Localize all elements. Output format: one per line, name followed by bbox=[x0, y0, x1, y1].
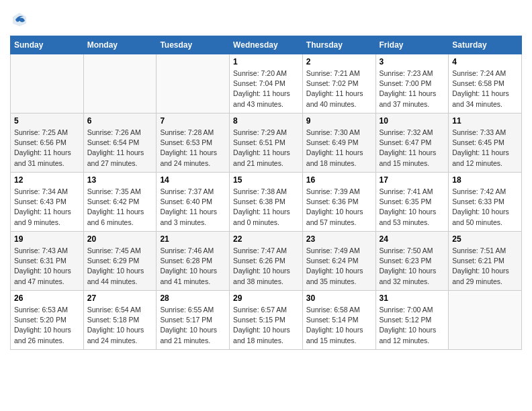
calendar-table: SundayMondayTuesdayWednesdayThursdayFrid… bbox=[10, 36, 522, 350]
day-info: Sunrise: 7:41 AM Sunset: 6:35 PM Dayligh… bbox=[380, 187, 445, 228]
day-number: 8 bbox=[233, 116, 299, 126]
calendar-week-1: 1Sunrise: 7:20 AM Sunset: 7:04 PM Daylig… bbox=[11, 54, 522, 113]
calendar-cell bbox=[11, 54, 84, 113]
day-number: 30 bbox=[306, 293, 372, 303]
weekday-header-monday: Monday bbox=[83, 36, 157, 54]
calendar-cell: 21Sunrise: 7:46 AM Sunset: 6:28 PM Dayli… bbox=[157, 232, 230, 291]
day-number: 31 bbox=[380, 293, 445, 303]
day-number: 28 bbox=[160, 293, 226, 303]
day-info: Sunrise: 6:57 AM Sunset: 5:15 PM Dayligh… bbox=[233, 305, 299, 346]
day-info: Sunrise: 7:43 AM Sunset: 6:31 PM Dayligh… bbox=[14, 246, 80, 287]
calendar-cell: 19Sunrise: 7:43 AM Sunset: 6:31 PM Dayli… bbox=[11, 232, 84, 291]
weekday-header-wednesday: Wednesday bbox=[230, 36, 303, 54]
day-info: Sunrise: 7:00 AM Sunset: 5:12 PM Dayligh… bbox=[380, 305, 445, 346]
day-number: 25 bbox=[452, 234, 518, 244]
calendar-cell: 31Sunrise: 7:00 AM Sunset: 5:12 PM Dayli… bbox=[375, 291, 449, 350]
calendar-cell: 3Sunrise: 7:23 AM Sunset: 7:00 PM Daylig… bbox=[375, 54, 449, 113]
calendar-cell: 1Sunrise: 7:20 AM Sunset: 7:04 PM Daylig… bbox=[230, 54, 303, 113]
day-number: 21 bbox=[160, 234, 226, 244]
page-header bbox=[10, 10, 522, 29]
calendar-cell: 27Sunrise: 6:54 AM Sunset: 5:18 PM Dayli… bbox=[83, 291, 157, 350]
day-info: Sunrise: 7:26 AM Sunset: 6:54 PM Dayligh… bbox=[87, 128, 153, 169]
day-number: 12 bbox=[14, 175, 80, 185]
day-number: 5 bbox=[14, 116, 80, 126]
day-number: 17 bbox=[380, 175, 445, 185]
day-number: 19 bbox=[14, 234, 80, 244]
day-number: 23 bbox=[306, 234, 372, 244]
calendar-week-2: 5Sunrise: 7:25 AM Sunset: 6:56 PM Daylig… bbox=[11, 113, 522, 173]
calendar-cell: 4Sunrise: 7:24 AM Sunset: 6:58 PM Daylig… bbox=[449, 54, 522, 113]
day-info: Sunrise: 7:20 AM Sunset: 7:04 PM Dayligh… bbox=[233, 68, 299, 109]
day-number: 26 bbox=[14, 293, 80, 303]
day-number: 16 bbox=[306, 175, 372, 185]
day-info: Sunrise: 7:32 AM Sunset: 6:47 PM Dayligh… bbox=[380, 128, 445, 169]
day-number: 1 bbox=[233, 57, 299, 66]
day-info: Sunrise: 7:49 AM Sunset: 6:24 PM Dayligh… bbox=[306, 246, 372, 287]
day-info: Sunrise: 7:45 AM Sunset: 6:29 PM Dayligh… bbox=[87, 246, 153, 287]
calendar-cell: 5Sunrise: 7:25 AM Sunset: 6:56 PM Daylig… bbox=[11, 113, 84, 173]
calendar-cell bbox=[83, 54, 157, 113]
day-number: 4 bbox=[452, 57, 518, 66]
day-info: Sunrise: 7:51 AM Sunset: 6:21 PM Dayligh… bbox=[452, 246, 518, 287]
calendar-cell: 28Sunrise: 6:55 AM Sunset: 5:17 PM Dayli… bbox=[157, 291, 230, 350]
calendar-cell bbox=[157, 54, 230, 113]
weekday-header-friday: Friday bbox=[375, 36, 449, 54]
calendar-week-4: 19Sunrise: 7:43 AM Sunset: 6:31 PM Dayli… bbox=[11, 232, 522, 291]
day-number: 14 bbox=[160, 175, 226, 185]
calendar-cell: 29Sunrise: 6:57 AM Sunset: 5:15 PM Dayli… bbox=[230, 291, 303, 350]
day-number: 6 bbox=[87, 116, 153, 126]
weekday-header-tuesday: Tuesday bbox=[157, 36, 230, 54]
weekday-header-thursday: Thursday bbox=[302, 36, 375, 54]
day-info: Sunrise: 6:58 AM Sunset: 5:14 PM Dayligh… bbox=[306, 305, 372, 346]
day-number: 9 bbox=[306, 116, 372, 126]
day-info: Sunrise: 7:24 AM Sunset: 6:58 PM Dayligh… bbox=[452, 68, 518, 109]
calendar-cell: 8Sunrise: 7:29 AM Sunset: 6:51 PM Daylig… bbox=[230, 113, 303, 173]
calendar-cell: 10Sunrise: 7:32 AM Sunset: 6:47 PM Dayli… bbox=[375, 113, 449, 173]
calendar-cell: 16Sunrise: 7:39 AM Sunset: 6:36 PM Dayli… bbox=[302, 173, 375, 232]
calendar-body: 1Sunrise: 7:20 AM Sunset: 7:04 PM Daylig… bbox=[11, 54, 522, 350]
calendar-cell: 30Sunrise: 6:58 AM Sunset: 5:14 PM Dayli… bbox=[302, 291, 375, 350]
day-number: 24 bbox=[380, 234, 445, 244]
day-info: Sunrise: 7:47 AM Sunset: 6:26 PM Dayligh… bbox=[233, 246, 299, 287]
calendar-cell: 6Sunrise: 7:26 AM Sunset: 6:54 PM Daylig… bbox=[83, 113, 157, 173]
logo-icon bbox=[10, 10, 29, 29]
day-info: Sunrise: 7:23 AM Sunset: 7:00 PM Dayligh… bbox=[380, 68, 445, 109]
calendar-cell: 15Sunrise: 7:38 AM Sunset: 6:38 PM Dayli… bbox=[230, 173, 303, 232]
calendar-header: SundayMondayTuesdayWednesdayThursdayFrid… bbox=[11, 36, 522, 54]
calendar-cell: 2Sunrise: 7:21 AM Sunset: 7:02 PM Daylig… bbox=[302, 54, 375, 113]
day-info: Sunrise: 7:35 AM Sunset: 6:42 PM Dayligh… bbox=[87, 187, 153, 228]
weekday-header-saturday: Saturday bbox=[449, 36, 522, 54]
day-info: Sunrise: 6:54 AM Sunset: 5:18 PM Dayligh… bbox=[87, 305, 153, 346]
calendar-cell: 25Sunrise: 7:51 AM Sunset: 6:21 PM Dayli… bbox=[449, 232, 522, 291]
day-number: 29 bbox=[233, 293, 299, 303]
day-info: Sunrise: 7:50 AM Sunset: 6:23 PM Dayligh… bbox=[380, 246, 445, 287]
calendar-cell: 12Sunrise: 7:34 AM Sunset: 6:43 PM Dayli… bbox=[11, 173, 84, 232]
calendar-cell: 7Sunrise: 7:28 AM Sunset: 6:53 PM Daylig… bbox=[157, 113, 230, 173]
weekday-header-sunday: Sunday bbox=[11, 36, 84, 54]
calendar-cell: 26Sunrise: 6:53 AM Sunset: 5:20 PM Dayli… bbox=[11, 291, 84, 350]
day-info: Sunrise: 7:37 AM Sunset: 6:40 PM Dayligh… bbox=[160, 187, 226, 228]
calendar-cell: 11Sunrise: 7:33 AM Sunset: 6:45 PM Dayli… bbox=[449, 113, 522, 173]
calendar-cell: 13Sunrise: 7:35 AM Sunset: 6:42 PM Dayli… bbox=[83, 173, 157, 232]
calendar-cell: 9Sunrise: 7:30 AM Sunset: 6:49 PM Daylig… bbox=[302, 113, 375, 173]
calendar-cell: 22Sunrise: 7:47 AM Sunset: 6:26 PM Dayli… bbox=[230, 232, 303, 291]
calendar-week-3: 12Sunrise: 7:34 AM Sunset: 6:43 PM Dayli… bbox=[11, 173, 522, 232]
calendar-cell: 23Sunrise: 7:49 AM Sunset: 6:24 PM Dayli… bbox=[302, 232, 375, 291]
day-number: 15 bbox=[233, 175, 299, 185]
day-info: Sunrise: 6:53 AM Sunset: 5:20 PM Dayligh… bbox=[14, 305, 80, 346]
day-number: 22 bbox=[233, 234, 299, 244]
day-info: Sunrise: 7:38 AM Sunset: 6:38 PM Dayligh… bbox=[233, 187, 299, 228]
day-number: 18 bbox=[452, 175, 518, 185]
day-info: Sunrise: 7:25 AM Sunset: 6:56 PM Dayligh… bbox=[14, 128, 80, 169]
day-number: 13 bbox=[87, 175, 153, 185]
day-info: Sunrise: 7:34 AM Sunset: 6:43 PM Dayligh… bbox=[14, 187, 80, 228]
day-info: Sunrise: 7:29 AM Sunset: 6:51 PM Dayligh… bbox=[233, 128, 299, 169]
day-number: 11 bbox=[452, 116, 518, 126]
day-info: Sunrise: 7:46 AM Sunset: 6:28 PM Dayligh… bbox=[160, 246, 226, 287]
day-number: 20 bbox=[87, 234, 153, 244]
day-info: Sunrise: 7:39 AM Sunset: 6:36 PM Dayligh… bbox=[306, 187, 372, 228]
calendar-week-5: 26Sunrise: 6:53 AM Sunset: 5:20 PM Dayli… bbox=[11, 291, 522, 350]
calendar-cell: 17Sunrise: 7:41 AM Sunset: 6:35 PM Dayli… bbox=[375, 173, 449, 232]
weekday-header-row: SundayMondayTuesdayWednesdayThursdayFrid… bbox=[11, 36, 522, 54]
day-info: Sunrise: 6:55 AM Sunset: 5:17 PM Dayligh… bbox=[160, 305, 226, 346]
